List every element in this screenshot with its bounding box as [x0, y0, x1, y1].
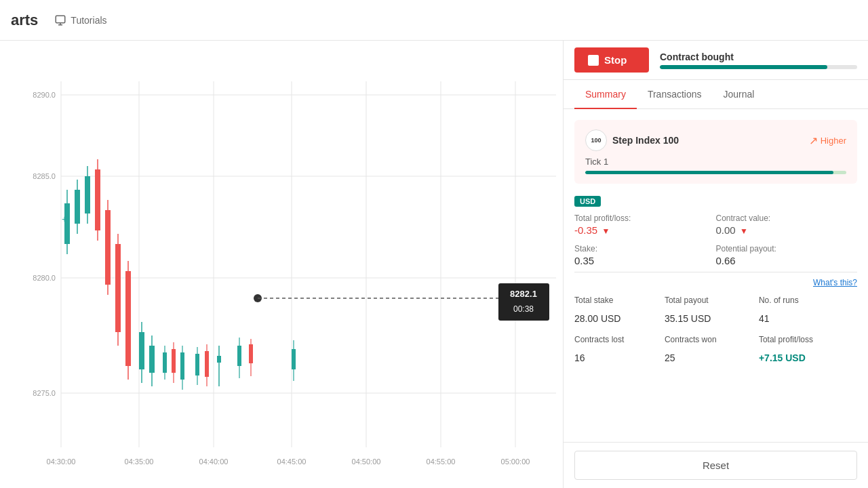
svg-rect-0 [56, 16, 66, 23]
tick-progress-fill [585, 171, 833, 174]
stop-label: Stop [604, 54, 627, 66]
contract-down-arrow-icon: ▼ [740, 226, 748, 236]
tab-transactions[interactable]: Transactions [637, 81, 713, 109]
stat-profit-loss: Total profit/loss: -0.35 ▼ [574, 214, 716, 236]
svg-rect-46 [139, 332, 144, 369]
direction-indicator: ↗ Higher [809, 134, 846, 147]
stat-stake-label: Stake: [574, 244, 716, 253]
svg-text:04:40:00: 04:40:00 [199, 458, 229, 466]
val-contracts-lost: 16 [574, 350, 665, 371]
direction-arrow-icon: ↗ [809, 134, 818, 147]
col-contracts-won: Contracts won [665, 332, 759, 350]
currency-badge: USD [574, 196, 601, 207]
svg-text:04:55:00: 04:55:00 [427, 458, 456, 466]
tab-summary[interactable]: Summary [574, 81, 637, 109]
tick-progress-bar [585, 171, 846, 174]
svg-text:+: + [62, 214, 67, 224]
progress-bar [660, 65, 857, 69]
svg-text:04:35:00: 04:35:00 [125, 458, 154, 466]
stat-potential-payout-label: Potential payout: [716, 244, 858, 253]
svg-rect-52 [163, 352, 167, 373]
stat-stake: Stake: 0.35 [574, 244, 716, 266]
svg-text:04:30:00: 04:30:00 [47, 458, 76, 466]
svg-rect-78 [292, 349, 296, 369]
svg-text:04:45:00: 04:45:00 [277, 458, 307, 466]
stat-contract-value-val: 0.00 ▼ [716, 224, 858, 236]
stat-profit-loss-label: Total profit/loss: [574, 214, 716, 223]
asset-name: Step Index 100 [612, 135, 679, 146]
svg-rect-64 [205, 351, 209, 377]
val-contracts-won: 25 [665, 350, 759, 371]
svg-rect-37 [105, 210, 111, 285]
brand-logo: arts [11, 12, 38, 29]
contract-stats: Total profit/loss: -0.35 ▼ Contract valu… [574, 214, 857, 266]
control-bar: Stop Contract bought [564, 41, 868, 80]
svg-rect-1 [7, 41, 556, 488]
tab-bar: Summary Transactions Journal [564, 80, 868, 109]
svg-rect-67 [217, 356, 221, 363]
val-total-profit-loss: +7.15 USD [759, 350, 857, 371]
svg-rect-43 [125, 271, 131, 366]
divider-1 [574, 272, 857, 272]
topbar: arts Tutorials [0, 0, 868, 41]
profit-down-arrow-icon: ▼ [601, 226, 610, 236]
col-no-of-runs: No. of runs [759, 293, 857, 310]
whats-this-link[interactable]: What's this? [574, 278, 857, 287]
panel-content: 100 Step Index 100 ↗ Higher Tick 1 USD [564, 109, 868, 442]
stat-profit-loss-value: -0.35 ▼ [574, 224, 716, 236]
chart-area: 8290.0 8285.0 8280.0 8275.0 04:30:00 04:… [0, 41, 563, 488]
col-total-payout: Total payout [665, 293, 759, 310]
col-total-profit-loss: Total profit/loss [759, 332, 857, 350]
val-total-payout: 35.15 USD [665, 310, 759, 332]
summary-table: Total stake Total payout No. of runs 28.… [574, 293, 857, 371]
svg-text:8275.0: 8275.0 [33, 389, 56, 397]
svg-rect-31 [85, 176, 90, 214]
svg-rect-55 [172, 349, 176, 373]
direction-label: Higher [821, 136, 846, 146]
col-contracts-lost: Contracts lost [574, 332, 665, 350]
col-total-stake: Total stake [574, 293, 665, 310]
svg-rect-75 [249, 344, 253, 363]
svg-rect-49 [149, 346, 155, 373]
svg-rect-28 [75, 190, 80, 224]
tick-label: Tick 1 [585, 157, 846, 167]
reset-button[interactable]: Reset [574, 451, 857, 480]
svg-rect-34 [95, 169, 100, 230]
chart-svg: 8290.0 8285.0 8280.0 8275.0 04:30:00 04:… [0, 41, 563, 488]
tutorials-label: Tutorials [71, 15, 106, 26]
stat-contract-value-label: Contract value: [716, 214, 858, 223]
reset-btn-container: Reset [564, 442, 868, 488]
stop-button[interactable]: Stop [574, 47, 649, 73]
stat-stake-value: 0.35 [574, 255, 716, 266]
svg-text:8282.1: 8282.1 [510, 289, 537, 299]
stop-icon [588, 55, 599, 66]
val-total-stake: 28.00 USD [574, 310, 665, 332]
stat-potential-payout-value: 0.66 [716, 255, 858, 266]
svg-rect-72 [237, 346, 241, 366]
tutorials-button[interactable]: Tutorials [54, 14, 106, 26]
tab-journal[interactable]: Journal [713, 81, 766, 109]
progress-bar-fill [660, 65, 827, 69]
svg-text:8285.0: 8285.0 [33, 172, 56, 180]
contract-header: 100 Step Index 100 ↗ Higher [585, 129, 846, 151]
stat-contract-value: Contract value: 0.00 ▼ [716, 214, 858, 236]
contract-bought-area: Contract bought [660, 52, 857, 69]
contract-bought-label: Contract bought [660, 52, 857, 62]
svg-text:8290.0: 8290.0 [33, 91, 56, 99]
svg-rect-40 [115, 244, 121, 332]
main-content: 8290.0 8285.0 8280.0 8275.0 04:30:00 04:… [0, 41, 868, 488]
right-panel: Stop Contract bought Summary Transaction… [563, 41, 868, 488]
tutorials-icon [54, 14, 66, 26]
svg-text:05:00:00: 05:00:00 [501, 458, 530, 466]
val-no-of-runs: 41 [759, 310, 857, 332]
svg-text:00:38: 00:38 [513, 304, 534, 314]
svg-rect-61 [195, 354, 199, 375]
svg-text:8280.0: 8280.0 [33, 274, 56, 282]
contract-asset: 100 Step Index 100 [585, 129, 679, 151]
stat-potential-payout: Potential payout: 0.66 [716, 244, 858, 266]
svg-rect-58 [180, 352, 184, 380]
asset-badge: 100 [585, 129, 607, 151]
svg-text:04:50:00: 04:50:00 [352, 458, 381, 466]
contract-card: 100 Step Index 100 ↗ Higher Tick 1 [574, 120, 857, 184]
